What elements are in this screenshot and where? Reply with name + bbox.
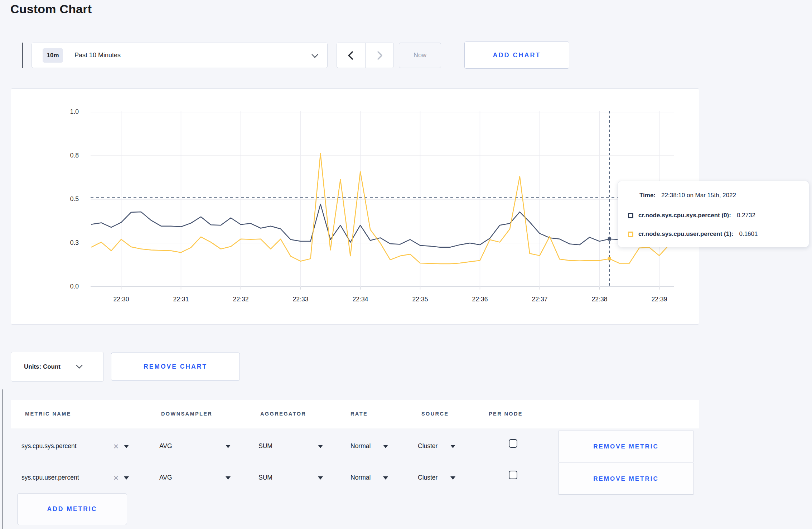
col-per-node: PER NODE	[489, 411, 523, 417]
next-time-button[interactable]	[366, 43, 394, 68]
tooltip-time-row: Time: 22:38:10 on Mar 15th, 2022	[639, 192, 736, 199]
x-axis-tick: 22:35	[401, 296, 440, 303]
col-aggregator: AGGREGATOR	[260, 411, 306, 417]
per-node-checkbox[interactable]	[509, 439, 517, 448]
tooltip-series-label: cr.node.sys.cpu.user.percent (1):	[638, 230, 733, 238]
x-axis-tick: 22:39	[640, 296, 679, 303]
y-axis-tick: 0.8	[43, 152, 79, 159]
add-metric-button[interactable]: ADD METRIC	[17, 493, 127, 525]
chart-panel	[11, 88, 699, 325]
rate-caret-icon[interactable]	[383, 476, 388, 480]
source-value[interactable]: Cluster	[418, 442, 438, 450]
page-left-edge-line	[3, 389, 3, 529]
downsampler-caret-icon[interactable]	[226, 445, 231, 448]
tooltip-series-value: 0.2732	[737, 212, 755, 219]
metric-dropdown-caret-icon[interactable]	[124, 445, 129, 448]
per-node-checkbox[interactable]	[509, 471, 517, 479]
units-select[interactable]: Units: Count	[11, 352, 104, 382]
y-axis-tick: 1.0	[43, 108, 79, 116]
remove-metric-button[interactable]: REMOVE METRIC	[558, 431, 694, 462]
rate-value[interactable]: Normal	[351, 474, 371, 481]
series-sys-swatch-icon	[628, 213, 633, 218]
metric-name-value[interactable]: sys.cpu.sys.percent	[21, 442, 77, 450]
downsampler-value[interactable]: AVG	[159, 442, 172, 450]
add-chart-button[interactable]: ADD CHART	[464, 42, 569, 69]
x-axis-tick: 22:34	[341, 296, 380, 303]
downsampler-value[interactable]: AVG	[159, 474, 172, 481]
col-source: SOURCE	[421, 411, 449, 417]
col-metric-name: METRIC NAME	[25, 411, 71, 417]
tooltip-time-value: 22:38:10 on Mar 15th, 2022	[661, 192, 736, 199]
tooltip-series-row: cr.node.sys.cpu.user.percent (1): 0.1601	[628, 230, 758, 238]
y-axis-tick: 0.5	[43, 195, 79, 203]
aggregator-value[interactable]: SUM	[258, 474, 272, 481]
aggregator-value[interactable]: SUM	[258, 442, 272, 450]
aggregator-caret-icon[interactable]	[318, 445, 323, 448]
tooltip-series-row: cr.node.sys.cpu.sys.percent (0): 0.2732	[628, 212, 755, 219]
time-range-label: Past 10 Minutes	[74, 52, 121, 59]
chevron-right-icon	[376, 50, 383, 61]
time-range-select[interactable]: 10m Past 10 Minutes	[32, 43, 328, 68]
y-axis-tick: 0.3	[43, 239, 79, 247]
rate-value[interactable]: Normal	[351, 442, 371, 450]
time-step-buttons	[337, 43, 394, 68]
x-axis-tick: 22:33	[281, 296, 320, 303]
prev-time-button[interactable]	[337, 43, 366, 68]
metric-dropdown-caret-icon[interactable]	[124, 476, 129, 480]
x-axis-tick: 22:37	[520, 296, 560, 303]
metric-name-value[interactable]: sys.cpu.user.percent	[21, 474, 79, 481]
toolbar-divider	[22, 43, 23, 68]
clear-metric-icon[interactable]: ✕	[113, 474, 119, 482]
rate-caret-icon[interactable]	[383, 445, 388, 448]
x-axis-tick: 22:32	[221, 296, 261, 303]
clear-metric-icon[interactable]: ✕	[113, 442, 119, 451]
chevron-down-icon	[311, 51, 318, 58]
x-axis-tick: 22:30	[102, 296, 141, 303]
tooltip-series-label: cr.node.sys.cpu.sys.percent (0):	[638, 212, 731, 219]
page-title: Custom Chart	[10, 2, 92, 16]
aggregator-caret-icon[interactable]	[318, 476, 323, 480]
source-value[interactable]: Cluster	[418, 474, 438, 481]
time-range-badge: 10m	[43, 48, 63, 63]
source-caret-icon[interactable]	[450, 445, 455, 448]
col-rate: RATE	[351, 411, 368, 417]
series-user-swatch-icon	[628, 232, 633, 237]
col-downsampler: DOWNSAMPLER	[161, 411, 212, 417]
now-button[interactable]: Now	[399, 43, 441, 68]
chevron-left-icon	[347, 50, 355, 61]
y-axis-tick: 0.0	[43, 283, 79, 290]
x-axis-tick: 22:38	[580, 296, 619, 303]
tooltip-time-label: Time:	[639, 192, 656, 199]
chart-hover-tooltip: Time: 22:38:10 on Mar 15th, 2022 cr.node…	[618, 181, 809, 247]
source-caret-icon[interactable]	[450, 476, 455, 480]
remove-metric-button[interactable]: REMOVE METRIC	[558, 463, 694, 495]
tooltip-series-value: 0.1601	[739, 230, 758, 238]
x-axis-tick: 22:31	[161, 296, 201, 303]
remove-chart-button[interactable]: REMOVE CHART	[111, 353, 240, 381]
x-axis-tick: 22:36	[460, 296, 500, 303]
units-label: Units: Count	[24, 363, 61, 370]
downsampler-caret-icon[interactable]	[226, 476, 231, 480]
